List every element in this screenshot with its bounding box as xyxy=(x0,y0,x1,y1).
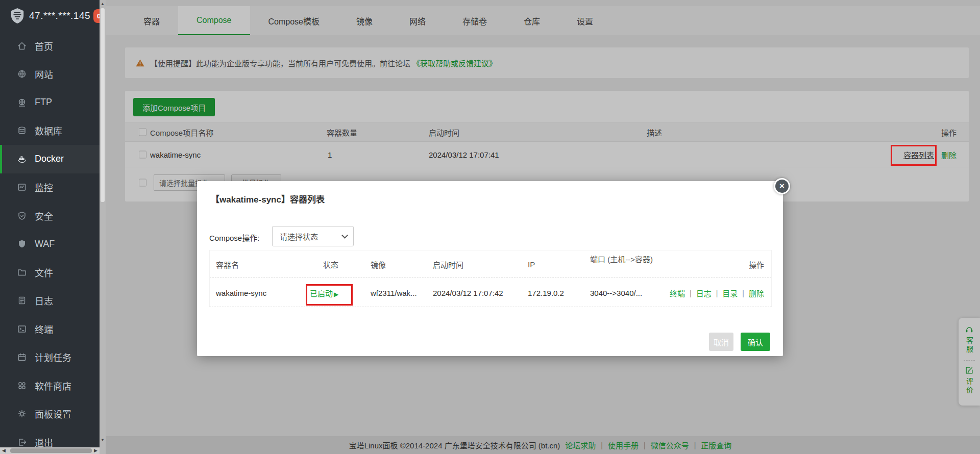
modal-container-table: 容器名 状态 镜像 启动时间 IP 端口 (主机-->容器) 操作 wakati… xyxy=(209,250,772,307)
compose-action-label: Compose操作: xyxy=(209,232,259,243)
container-actions: 终端 日志 目录 删除 xyxy=(670,288,764,298)
bt-panel-app: 47.***.***.145 0 首页 网站 FTP 数据库 Docker xyxy=(0,0,980,454)
annotation-redbox-status xyxy=(306,284,353,306)
database-icon xyxy=(17,125,27,136)
terminal-link[interactable]: 终端 xyxy=(670,288,685,298)
scrollbar-thumb[interactable] xyxy=(10,448,92,453)
sidebar-item-home[interactable]: 首页 xyxy=(0,32,100,60)
sidebar-item-settings[interactable]: 面板设置 xyxy=(0,400,100,428)
col-container-name: 容器名 xyxy=(216,259,239,269)
modal-close-button[interactable]: × xyxy=(774,178,790,194)
docker-icon xyxy=(17,154,27,164)
sidebar-item-ftp[interactable]: FTP xyxy=(0,88,100,117)
folder-icon xyxy=(17,267,27,278)
scroll-up-icon[interactable]: ▲ xyxy=(100,2,106,6)
sidebar-item-docker[interactable]: Docker xyxy=(0,145,100,173)
col-ports: 端口 (主机-->容器) xyxy=(590,255,662,265)
sidebar-item-cron[interactable]: 计划任务 xyxy=(0,343,100,372)
sidebar-item-label: Docker xyxy=(35,154,64,164)
container-name: wakatime-sync xyxy=(216,289,266,297)
col-image: 镜像 xyxy=(371,259,386,269)
sidebar-item-label: 面板设置 xyxy=(35,407,71,420)
server-ip: 47.***.***.145 xyxy=(29,10,90,21)
sidebar-item-label: 网站 xyxy=(35,67,53,81)
chevron-down-icon xyxy=(341,232,348,239)
modal-title: 【wakatime-sync】容器列表 xyxy=(211,192,325,205)
sidebar-item-label: 终端 xyxy=(35,322,53,336)
app-grid-icon xyxy=(17,381,27,391)
sidebar-item-label: WAF xyxy=(35,239,55,249)
sidebar-vertical-scrollbar[interactable]: ▲ ▼ xyxy=(100,0,106,454)
sidebar-item-monitor[interactable]: 监控 xyxy=(0,173,100,202)
scroll-down-icon[interactable]: ▼ xyxy=(100,438,106,442)
confirm-button[interactable]: 确认 xyxy=(741,333,770,351)
sidebar: 47.***.***.145 0 首页 网站 FTP 数据库 Docker xyxy=(0,0,100,454)
home-icon xyxy=(17,41,27,51)
sidebar-item-label: 计划任务 xyxy=(35,350,71,364)
ftp-globe-icon xyxy=(17,97,27,108)
container-ports: 3040-->3040/... xyxy=(590,289,642,297)
message-count-badge[interactable]: 0 xyxy=(93,9,100,23)
action-divider xyxy=(716,289,718,297)
container-ip: 172.19.0.2 xyxy=(528,289,564,297)
calendar-icon xyxy=(17,352,27,362)
col-ip: IP xyxy=(528,260,535,268)
sidebar-item-files[interactable]: 文件 xyxy=(0,258,100,287)
sidebar-item-label: 数据库 xyxy=(35,124,62,137)
log-file-icon xyxy=(17,295,27,306)
container-list-modal: × 【wakatime-sync】容器列表 Compose操作: 请选择状态 容… xyxy=(197,181,783,356)
status-select[interactable]: 请选择状态 xyxy=(272,226,354,246)
sidebar-item-website[interactable]: 网站 xyxy=(0,60,100,89)
gear-icon xyxy=(17,409,27,419)
sidebar-item-label: 软件商店 xyxy=(35,379,71,392)
sidebar-item-security[interactable]: 安全 xyxy=(0,201,100,230)
sidebar-item-label: 安全 xyxy=(35,209,53,222)
sidebar-item-label: 首页 xyxy=(35,39,53,53)
sidebar-item-logs[interactable]: 日志 xyxy=(0,287,100,315)
sidebar-item-label: FTP xyxy=(35,97,52,108)
globe-icon xyxy=(17,69,27,79)
container-image: wf2311/wak... xyxy=(371,289,417,297)
sidebar-menu: 首页 网站 FTP 数据库 Docker 监控 xyxy=(0,32,100,454)
sidebar-item-label: 监控 xyxy=(35,181,53,194)
scrollbar-thumb[interactable] xyxy=(101,8,105,202)
logs-link[interactable]: 日志 xyxy=(696,288,712,298)
sidebar-item-appstore[interactable]: 软件商店 xyxy=(0,371,100,400)
sidebar-item-waf[interactable]: WAF xyxy=(0,230,100,259)
terminal-icon xyxy=(17,324,27,334)
cancel-button[interactable]: 取消 xyxy=(709,333,733,351)
sidebar-item-label: 文件 xyxy=(35,266,53,279)
waf-shield-icon xyxy=(17,239,27,249)
annotation-redbox-container-list xyxy=(891,145,937,166)
modal-table-row: wakatime-sync 已启动▶ wf2311/wak... 2024/03… xyxy=(210,279,771,307)
col-actions: 操作 xyxy=(749,259,764,269)
delete-container-link[interactable]: 删除 xyxy=(749,288,764,298)
scroll-right-icon[interactable]: ▶ xyxy=(94,448,97,453)
directory-link[interactable]: 目录 xyxy=(722,288,738,298)
logo-row: 47.***.***.145 xyxy=(10,7,90,24)
col-status: 状态 xyxy=(323,259,338,269)
bt-shield-logo-icon xyxy=(10,7,25,24)
sidebar-item-label: 日志 xyxy=(35,294,53,307)
sidebar-horizontal-scrollbar[interactable]: ◀ ▶ xyxy=(0,447,100,454)
sidebar-item-label: 退出 xyxy=(35,436,53,449)
scroll-left-icon[interactable]: ◀ xyxy=(2,448,6,453)
modal-table-header: 容器名 状态 镜像 启动时间 IP 端口 (主机-->容器) 操作 xyxy=(210,250,771,278)
status-select-value: 请选择状态 xyxy=(280,231,318,242)
monitor-icon xyxy=(17,182,27,192)
container-start-time: 2024/03/12 17:07:42 xyxy=(433,289,503,297)
action-divider xyxy=(690,289,692,297)
shield-check-icon xyxy=(17,211,27,221)
col-start-time: 启动时间 xyxy=(433,259,463,269)
action-divider xyxy=(742,289,744,297)
logout-icon xyxy=(17,437,27,447)
sidebar-item-database[interactable]: 数据库 xyxy=(0,117,100,145)
sidebar-item-terminal[interactable]: 终端 xyxy=(0,315,100,343)
